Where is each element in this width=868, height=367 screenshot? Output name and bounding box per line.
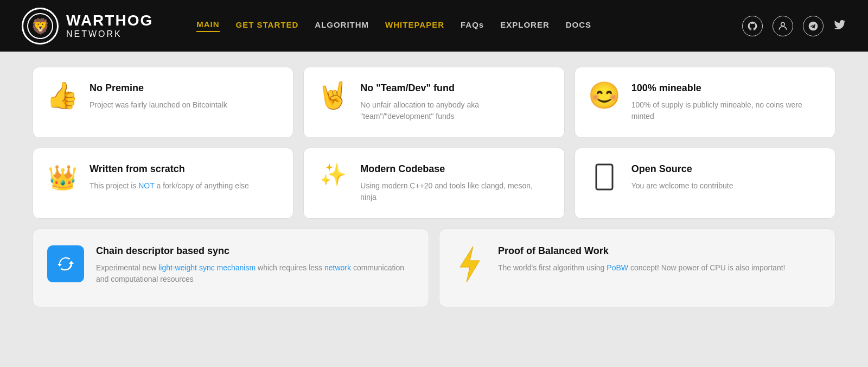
social-icons xyxy=(742,16,846,36)
bottom-cards-grid: Chain descriptor based sync Experimental… xyxy=(33,229,835,307)
logo-icon: 🦁 xyxy=(22,8,59,45)
card-scratch-title: Written from scratch xyxy=(90,163,278,175)
sparkles-icon: ✨ xyxy=(317,163,349,185)
nav-get-started[interactable]: GET STARTED xyxy=(236,20,299,31)
card-open-source: Open Source You are welcome to contribut… xyxy=(575,148,835,219)
card-modern-codebase-title: Modern Codebase xyxy=(360,163,548,175)
sync-icon xyxy=(47,245,84,282)
header: 🦁 WARTHOG NETWORK MAIN GET STARTED ALGOR… xyxy=(0,0,868,52)
card-scratch-desc: This project is NOT a fork/copy of anyth… xyxy=(90,180,278,192)
card-no-team-fund-desc: No unfair allocation to anybody aka "tea… xyxy=(360,99,548,122)
card-no-premine-body: No Premine Project was fairly launched o… xyxy=(90,83,278,111)
rock-on-icon: 🤘 xyxy=(317,83,349,109)
github-icon[interactable] xyxy=(742,16,763,36)
card-no-team-fund-title: No "Team/Dev" fund xyxy=(360,83,548,94)
card-modern-codebase: ✨ Modern Codebase Using modern C++20 and… xyxy=(303,148,564,219)
card-no-premine: 👍 No Premine Project was fairly launched… xyxy=(33,67,293,138)
account-icon[interactable] xyxy=(773,16,793,36)
lightning-icon xyxy=(454,245,486,290)
card-pobw-title: Proof of Balanced Work xyxy=(498,245,819,257)
card-mineable-desc: 100% of supply is publicly mineable, no … xyxy=(631,99,820,122)
nav-whitepaper[interactable]: WHITEPAPER xyxy=(385,20,444,31)
card-no-premine-title: No Premine xyxy=(90,83,278,94)
svg-rect-3 xyxy=(596,164,612,189)
nav-explorer[interactable]: EXPLORER xyxy=(500,20,550,31)
svg-text:🦁: 🦁 xyxy=(31,17,50,35)
brand-name: WARTHOG xyxy=(66,12,153,29)
nav-docs[interactable]: DOCS xyxy=(566,20,591,31)
card-modern-codebase-body: Modern Codebase Using modern C++20 and t… xyxy=(360,163,548,203)
card-chain-sync-title: Chain descriptor based sync xyxy=(96,245,412,257)
card-open-source-title: Open Source xyxy=(631,163,820,175)
nav-algorithm[interactable]: ALGORITHM xyxy=(315,20,369,31)
card-modern-codebase-desc: Using modern C++20 and tools like clangd… xyxy=(360,180,548,203)
main-nav: MAIN GET STARTED ALGORITHM WHITEPAPER FA… xyxy=(196,20,742,32)
crown-icon: 👑 xyxy=(46,163,79,192)
twitter-icon[interactable] xyxy=(833,18,846,34)
logo[interactable]: 🦁 WARTHOG NETWORK xyxy=(22,8,153,45)
card-chain-sync-desc: Experimental new light-weight sync mecha… xyxy=(96,262,412,285)
top-cards-grid: 👍 No Premine Project was fairly launched… xyxy=(33,67,835,219)
warthog-logo-svg: 🦁 xyxy=(27,13,53,39)
card-mineable: 😊 100% mineable 100% of supply is public… xyxy=(575,67,835,138)
card-open-source-body: Open Source You are welcome to contribut… xyxy=(631,163,820,192)
thumbs-up-icon: 👍 xyxy=(46,83,79,109)
svg-point-2 xyxy=(781,22,785,26)
smile-icon: 😊 xyxy=(588,83,621,109)
card-pobw-body: Proof of Balanced Work The world's first… xyxy=(498,245,819,274)
card-pobw-desc: The world's first algorithm using PoBW c… xyxy=(498,262,819,274)
card-scratch-body: Written from scratch This project is NOT… xyxy=(90,163,278,192)
nav-main[interactable]: MAIN xyxy=(196,20,219,32)
card-no-team-fund: 🤘 No "Team/Dev" fund No unfair allocatio… xyxy=(303,67,564,138)
card-pobw: Proof of Balanced Work The world's first… xyxy=(439,229,835,307)
card-no-team-fund-body: No "Team/Dev" fund No unfair allocation … xyxy=(360,83,548,122)
svg-marker-4 xyxy=(460,246,480,282)
card-scratch: 👑 Written from scratch This project is N… xyxy=(33,148,293,219)
card-chain-sync: Chain descriptor based sync Experimental… xyxy=(33,229,429,307)
card-no-premine-desc: Project was fairly launched on Bitcointa… xyxy=(90,99,278,111)
telegram-icon[interactable] xyxy=(803,16,824,36)
nav-faqs[interactable]: FAQs xyxy=(461,20,484,31)
logo-text: WARTHOG NETWORK xyxy=(66,12,153,39)
main-content: 👍 No Premine Project was fairly launched… xyxy=(0,52,868,322)
card-open-source-desc: You are welcome to contribute xyxy=(631,180,820,192)
brand-sub: NETWORK xyxy=(66,29,153,39)
card-chain-sync-body: Chain descriptor based sync Experimental… xyxy=(96,245,412,285)
card-mineable-body: 100% mineable 100% of supply is publicly… xyxy=(631,83,820,122)
phone-icon xyxy=(588,163,621,196)
card-mineable-title: 100% mineable xyxy=(631,83,820,94)
